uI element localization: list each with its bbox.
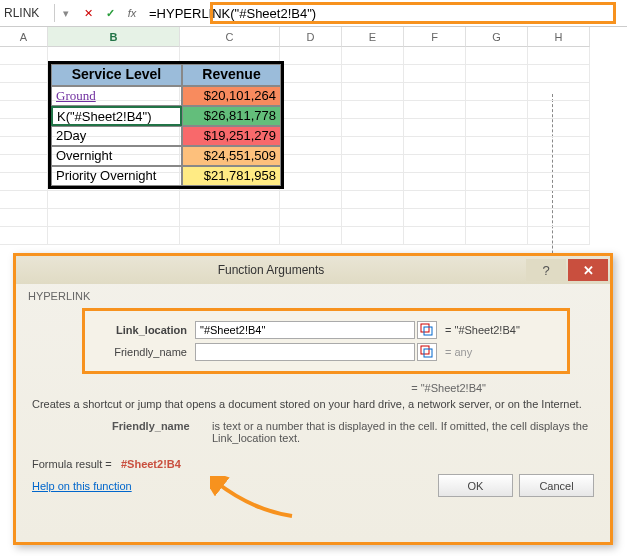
svg-rect-1	[424, 327, 432, 335]
dialog-bottom-row: Help on this function OK Cancel	[28, 474, 598, 497]
fx-icon[interactable]: fx	[121, 7, 143, 19]
svg-rect-2	[421, 346, 429, 354]
dialog-titlebar[interactable]: Function Arguments ? ✕	[16, 256, 610, 284]
formula-result-label: Formula result =	[32, 458, 112, 470]
column-headers: A B C D E F G H	[0, 27, 627, 47]
table-row: Priority Overnight $21,781,958	[51, 166, 281, 186]
arg-row: Friendly_name = any	[95, 343, 557, 361]
range-selector-icon[interactable]	[417, 343, 437, 361]
formula-bar: RLINK ▾ ✕ ✓ fx	[0, 0, 627, 27]
arg-result: = any	[437, 346, 557, 358]
header-service-level[interactable]: Service Level	[51, 64, 182, 86]
formula-result-value: #Sheet2!B4	[121, 458, 181, 470]
formula-input[interactable]	[143, 4, 627, 23]
arg-result: = "#Sheet2!B4"	[437, 324, 557, 336]
cell-level[interactable]: Overnight	[51, 146, 182, 166]
link-location-input[interactable]	[195, 321, 415, 339]
arg-description: Friendly_name is text or a number that i…	[112, 420, 594, 444]
data-table: Service Level Revenue Ground $20,101,264…	[48, 61, 284, 189]
name-box[interactable]: RLINK	[0, 4, 55, 22]
col-header[interactable]: B	[48, 27, 180, 47]
close-icon[interactable]: ✕	[568, 259, 608, 281]
col-header[interactable]: D	[280, 27, 342, 47]
hyperlink-text[interactable]: Ground	[56, 88, 96, 103]
col-header[interactable]: A	[0, 27, 48, 47]
arg-desc-name: Friendly_name	[112, 420, 212, 444]
cell-revenue[interactable]: $19,251,279	[182, 126, 281, 146]
function-arguments-dialog: Function Arguments ? ✕ HYPERLINK Link_lo…	[13, 253, 613, 545]
arg-label: Friendly_name	[95, 346, 195, 358]
table-row: K("#Sheet2!B4") $26,811,778	[51, 106, 281, 126]
col-header[interactable]: F	[404, 27, 466, 47]
col-header[interactable]: G	[466, 27, 528, 47]
cancel-button[interactable]: Cancel	[519, 474, 594, 497]
table-row: Overnight $24,551,509	[51, 146, 281, 166]
editing-cell[interactable]: K("#Sheet2!B4")	[51, 106, 182, 126]
col-header[interactable]: C	[180, 27, 280, 47]
help-button[interactable]: ?	[526, 259, 566, 281]
header-revenue[interactable]: Revenue	[182, 64, 281, 86]
col-header[interactable]: H	[528, 27, 590, 47]
cell-level[interactable]: Ground	[51, 86, 182, 106]
dropdown-icon[interactable]: ▾	[55, 7, 77, 20]
col-header[interactable]: E	[342, 27, 404, 47]
cell-level[interactable]: 2Day	[51, 126, 182, 146]
formula-result: Formula result = #Sheet2!B4	[32, 458, 594, 470]
cell-revenue[interactable]: $24,551,509	[182, 146, 281, 166]
arg-desc-text: is text or a number that is displayed in…	[212, 420, 594, 444]
cell-revenue[interactable]: $20,101,264	[182, 86, 281, 106]
arguments-box: Link_location = "#Sheet2!B4" Friendly_na…	[82, 308, 570, 374]
range-selector-icon[interactable]	[417, 321, 437, 339]
eval-result: = "#Sheet2!B4"	[236, 382, 486, 394]
table-row: 2Day $19,251,279	[51, 126, 281, 146]
function-name: HYPERLINK	[28, 290, 598, 302]
cell-revenue[interactable]: $26,811,778	[182, 106, 281, 126]
cell-level[interactable]: Priority Overnight	[51, 166, 182, 186]
dialog-title: Function Arguments	[16, 263, 526, 277]
function-description: Creates a shortcut or jump that opens a …	[32, 398, 594, 410]
arg-row: Link_location = "#Sheet2!B4"	[95, 321, 557, 339]
cancel-icon[interactable]: ✕	[77, 7, 99, 20]
friendly-name-input[interactable]	[195, 343, 415, 361]
ok-button[interactable]: OK	[438, 474, 513, 497]
grid-area: // create visual empty grid Service Leve…	[0, 47, 627, 247]
svg-rect-3	[424, 349, 432, 357]
help-link[interactable]: Help on this function	[32, 480, 132, 492]
table-row: Ground $20,101,264	[51, 86, 281, 106]
arg-label: Link_location	[95, 324, 195, 336]
table-header-row: Service Level Revenue	[51, 64, 281, 86]
cell-revenue[interactable]: $21,781,958	[182, 166, 281, 186]
svg-rect-0	[421, 324, 429, 332]
enter-icon[interactable]: ✓	[99, 7, 121, 20]
